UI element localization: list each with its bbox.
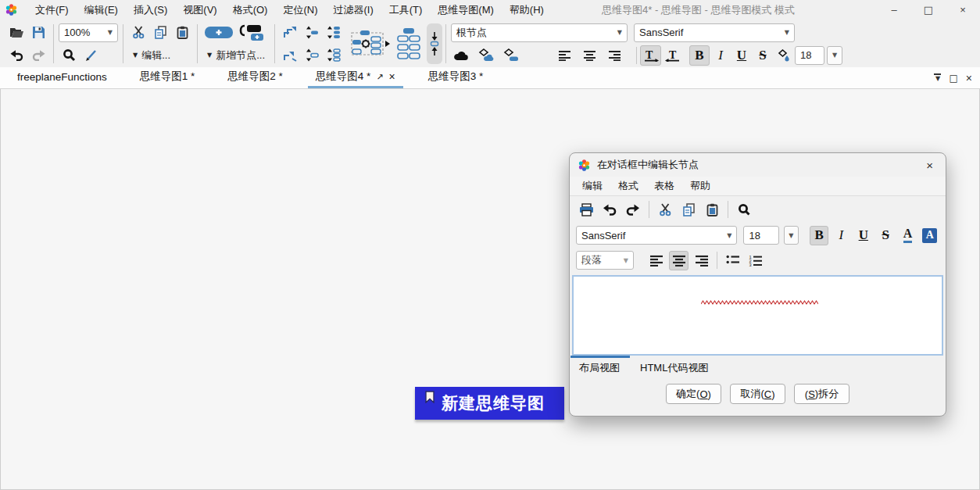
edge-style-cloud-button[interactable] — [476, 45, 496, 66]
font-size-arrow[interactable]: ▼ — [827, 46, 842, 65]
dialog-align-center-button[interactable] — [669, 251, 689, 270]
dialog-menu-format[interactable]: 格式 — [610, 177, 646, 195]
tab-mindmap3[interactable]: 思维导图3 * — [420, 67, 492, 88]
print-button[interactable] — [576, 199, 596, 220]
dialog-underline-button[interactable]: U — [854, 226, 873, 245]
menu-tools[interactable]: 工具(T) — [381, 1, 431, 20]
dialog-copy-button[interactable] — [678, 199, 699, 220]
tab-mindmap1[interactable]: 思维导图1 * — [132, 67, 203, 88]
copy-button[interactable] — [150, 23, 170, 43]
underline-button[interactable]: U — [731, 45, 752, 66]
dialog-font-size-arrow[interactable]: ▼ — [784, 226, 799, 245]
dialog-strikethrough-button[interactable]: S — [876, 226, 895, 245]
menu-filter[interactable]: 过滤器(I) — [325, 1, 381, 20]
new-sibling-node-button[interactable] — [237, 23, 266, 43]
dialog-bold-button[interactable]: B — [810, 226, 828, 245]
tab-html-code-view[interactable]: HTML代码视图 — [640, 361, 708, 375]
tab-layout-view[interactable]: 布局视图 — [579, 361, 620, 375]
strikethrough-button[interactable]: S — [753, 45, 773, 66]
dialog-undo-button[interactable] — [599, 199, 620, 220]
font-family-select[interactable]: SansSerif ▼ — [634, 23, 795, 42]
format-painter-button[interactable] — [80, 45, 101, 66]
decrease-node-spacing-button[interactable] — [302, 23, 322, 43]
dialog-align-right-button[interactable] — [692, 251, 711, 270]
detach-tab-icon[interactable]: ↗ — [376, 72, 383, 82]
cancel-button[interactable]: 取消(C) — [730, 384, 785, 404]
save-button[interactable] — [28, 23, 48, 43]
layout-settings-button[interactable] — [350, 28, 391, 59]
map-canvas[interactable]: 新建思维导图 在对话框中编辑长节点 × 编辑 格式 表格 帮助 — [0, 89, 980, 490]
dialog-search-button[interactable] — [734, 199, 754, 220]
apply-layout-button[interactable] — [395, 27, 422, 61]
paste-button[interactable] — [172, 23, 192, 43]
restore-view-icon[interactable]: □ — [949, 73, 957, 84]
collapse-toolbar-icon[interactable]: ▼ — [934, 73, 941, 82]
dialog-font-color-button[interactable]: A — [898, 226, 917, 245]
bold-button[interactable]: B — [689, 45, 710, 66]
dialog-close-button[interactable]: × — [921, 157, 938, 173]
undo-button[interactable] — [6, 45, 27, 66]
bullet-list-button[interactable] — [723, 251, 742, 270]
root-node[interactable]: 新建思维导图 — [415, 387, 564, 420]
zoom-select[interactable]: 100% ▼ — [59, 23, 118, 42]
maximize-button[interactable]: □ — [911, 0, 946, 20]
node-text-editor[interactable] — [572, 275, 943, 356]
search-button[interactable] — [59, 45, 79, 66]
add-node-dropdown[interactable]: ▼ 新增节点... — [202, 47, 270, 64]
italic-button[interactable]: I — [710, 45, 731, 66]
text-direction-ltr-button[interactable]: T — [640, 45, 661, 66]
menu-edit[interactable]: 编辑(E) — [77, 1, 126, 20]
paragraph-style-select[interactable]: 段落 ▼ — [576, 251, 634, 270]
dialog-menu-edit[interactable]: 编辑 — [574, 177, 610, 195]
dialog-font-family-select[interactable]: SansSerif ▼ — [576, 226, 737, 245]
dialog-align-left-button[interactable] — [646, 251, 666, 270]
font-size-select[interactable]: 18 — [795, 46, 824, 65]
tab-mindmap4[interactable]: 思维导图4 * ↗ × — [308, 67, 403, 88]
dialog-menu-help[interactable]: 帮助 — [682, 177, 718, 195]
menu-view[interactable]: 视图(V) — [175, 1, 224, 20]
menu-format[interactable]: 格式(O) — [225, 1, 276, 20]
close-button[interactable]: × — [946, 0, 980, 20]
align-center-button[interactable] — [579, 45, 599, 66]
tab-freeplanefunctions[interactable]: freeplaneFunctions — [9, 67, 115, 88]
minimize-button[interactable]: – — [877, 0, 911, 20]
node-color-button[interactable] — [774, 45, 794, 66]
menu-navigate[interactable]: 定位(N) — [275, 1, 325, 20]
decrease-branch-spacing-button[interactable] — [324, 23, 344, 43]
compact-layout-toggle[interactable] — [427, 23, 442, 64]
increase-node-spacing-button[interactable] — [302, 45, 322, 66]
menu-mindmap[interactable]: 思维导图(M) — [430, 1, 502, 20]
tab-mindmap2[interactable]: 思维导图2 * — [220, 67, 291, 88]
edge-style-node-button[interactable] — [501, 45, 521, 66]
open-file-button[interactable] — [6, 23, 27, 43]
cut-button[interactable] — [128, 23, 148, 43]
close-view-icon[interactable]: × — [966, 72, 972, 84]
dialog-paste-button[interactable] — [702, 199, 722, 220]
cloud-button[interactable] — [451, 45, 471, 66]
node-style-select[interactable]: 根节点 ▼ — [451, 23, 628, 42]
close-tab-icon[interactable]: × — [389, 70, 395, 83]
new-child-node-button[interactable] — [202, 23, 235, 43]
menu-insert[interactable]: 插入(S) — [126, 1, 175, 20]
unfold-all-button[interactable] — [280, 23, 300, 43]
redo-button[interactable] — [28, 45, 48, 66]
align-right-button[interactable] — [604, 45, 624, 66]
dialog-menu-table[interactable]: 表格 — [646, 177, 682, 195]
menu-help[interactable]: 帮助(H) — [502, 1, 552, 20]
increase-branch-spacing-button[interactable] — [324, 45, 344, 66]
fold-all-button[interactable] — [280, 45, 300, 66]
ok-button[interactable]: 确定(O) — [666, 384, 721, 404]
dialog-redo-button[interactable] — [623, 199, 643, 220]
dialog-highlight-color-button[interactable]: A — [921, 226, 939, 245]
numbered-list-button[interactable]: 123 — [746, 251, 765, 270]
toolbar-separator — [274, 24, 275, 63]
split-button[interactable]: (S)拆分 — [794, 384, 849, 404]
dialog-italic-button[interactable]: I — [832, 226, 850, 245]
text-direction-rtl-button[interactable]: T — [662, 45, 683, 66]
dialog-font-size-select[interactable]: 18 — [743, 226, 778, 245]
edit-dropdown[interactable]: ▼ 编辑... — [128, 47, 175, 64]
menu-file[interactable]: 文件(F) — [27, 1, 77, 20]
align-right-icon — [695, 255, 709, 266]
dialog-cut-button[interactable] — [655, 199, 675, 220]
align-left-button[interactable] — [554, 45, 574, 66]
